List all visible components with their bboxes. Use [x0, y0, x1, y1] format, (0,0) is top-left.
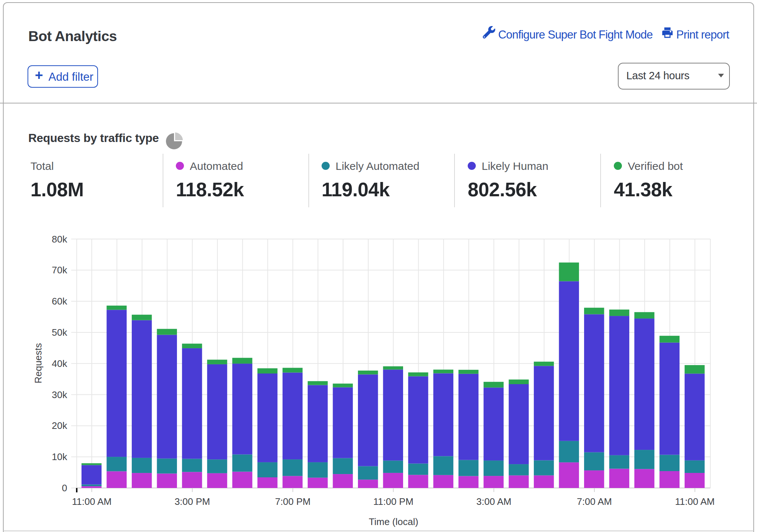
- svg-text:0: 0: [62, 482, 67, 493]
- svg-text:3:00 AM: 3:00 AM: [476, 496, 511, 507]
- svg-text:60k: 60k: [52, 296, 68, 307]
- svg-text:Requests: Requests: [33, 343, 44, 383]
- svg-text:30k: 30k: [52, 389, 68, 400]
- svg-text:20k: 20k: [52, 420, 68, 431]
- svg-text:11:00 AM: 11:00 AM: [72, 496, 112, 507]
- svg-text:3:00 PM: 3:00 PM: [174, 496, 210, 507]
- svg-text:50k: 50k: [52, 327, 68, 338]
- svg-text:11:00 PM: 11:00 PM: [373, 496, 413, 507]
- svg-text:11:00 AM: 11:00 AM: [675, 496, 715, 507]
- svg-text:Time (local): Time (local): [369, 516, 419, 527]
- svg-text:7:00 AM: 7:00 AM: [577, 496, 612, 507]
- svg-text:80k: 80k: [52, 234, 68, 245]
- svg-text:40k: 40k: [52, 358, 68, 369]
- svg-text:7:00 PM: 7:00 PM: [275, 496, 311, 507]
- svg-text:10k: 10k: [52, 451, 68, 462]
- svg-text:70k: 70k: [52, 265, 68, 276]
